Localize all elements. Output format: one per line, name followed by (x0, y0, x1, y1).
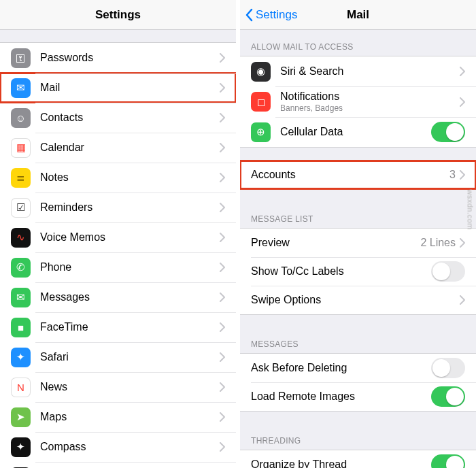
row-label: Phone (40, 261, 220, 273)
settings-row-notes[interactable]: ≣Notes (0, 163, 236, 193)
maps-icon: ➤ (11, 407, 31, 427)
phone-icon: ✆ (11, 258, 31, 278)
row-label: Mail (40, 82, 220, 94)
notes-icon: ≣ (11, 168, 31, 188)
chevron-right-icon (220, 53, 225, 63)
settings-row-reminders[interactable]: ☑Reminders (0, 193, 236, 222)
page-title: Settings (95, 8, 141, 22)
toggle-switch[interactable] (431, 386, 465, 407)
notifications-icon: ◻ (251, 92, 271, 112)
settings-row-mail[interactable]: ✉Mail (0, 73, 236, 103)
siri-icon: ◉ (251, 62, 271, 82)
chevron-right-icon (220, 203, 225, 212)
settings-row-contacts[interactable]: ☺Contacts (0, 103, 236, 133)
voicememos-icon: ∿ (11, 228, 31, 248)
row-label: Contacts (40, 112, 220, 124)
chevron-right-icon (220, 292, 225, 302)
safari-icon: ✦ (11, 348, 31, 367)
toggle-switch[interactable] (431, 261, 465, 282)
row-detail: 3 (449, 169, 456, 181)
settings-row-voice-memos[interactable]: ∿Voice Memos (0, 222, 236, 252)
chevron-right-icon (460, 67, 465, 76)
section-header: MESSAGES (240, 327, 476, 353)
chevron-right-icon (220, 233, 225, 242)
row-label: Preview (251, 237, 420, 249)
settings-row-facetime[interactable]: ■FaceTime (0, 312, 236, 342)
row-label: Notifications (280, 90, 460, 103)
settings-panel-left: Settings ⚿Passwords✉Mail☺Contacts▦Calend… (0, 0, 240, 468)
chevron-right-icon (220, 352, 225, 362)
toggle-switch[interactable] (431, 122, 465, 142)
toggle-switch[interactable] (431, 454, 465, 468)
settings-row-phone[interactable]: ✆Phone (0, 252, 236, 282)
settings-row-accounts[interactable]: Accounts3 (240, 161, 476, 189)
chevron-right-icon (220, 143, 225, 152)
settings-list[interactable]: ⚿Passwords✉Mail☺Contacts▦Calendar≣Notes☑… (0, 30, 236, 468)
settings-row-calendar[interactable]: ▦Calendar (0, 133, 236, 163)
settings-row-ask-before-deleting[interactable]: Ask Before Deleting (240, 354, 476, 382)
navbar-right: Settings Mail (240, 0, 476, 30)
settings-row-measure[interactable]: ≡Measure (0, 462, 236, 468)
chevron-left-icon (244, 8, 254, 22)
row-label: Show To/Cc Labels (251, 265, 431, 278)
page-title: Mail (347, 8, 369, 22)
watermark-text: wsxdn.com (466, 189, 475, 230)
compass-icon: ✦ (11, 437, 31, 457)
settings-panel-right: Settings Mail ALLOW MAIL TO ACCESS◉Siri … (240, 0, 476, 468)
settings-row-messages[interactable]: ✉Messages (0, 282, 236, 312)
section-header: MESSAGE LIST (240, 202, 476, 228)
chevron-right-icon (220, 442, 225, 452)
chevron-right-icon (220, 173, 225, 182)
row-label: Accounts (251, 169, 449, 181)
reminders-icon: ☑ (11, 198, 31, 218)
settings-row-passwords[interactable]: ⚿Passwords (0, 43, 236, 73)
row-label: Ask Before Deleting (251, 362, 431, 374)
chevron-right-icon (220, 412, 225, 422)
row-sublabel: Banners, Badges (280, 103, 460, 113)
news-icon: N (11, 378, 31, 397)
navbar-left: Settings (0, 0, 236, 30)
section-header: THREADING (240, 424, 476, 450)
mail-icon: ✉ (11, 78, 31, 98)
settings-row-notifications[interactable]: ◻NotificationsBanners, Badges (240, 86, 476, 117)
calendar-icon: ▦ (11, 138, 31, 158)
row-label: Notes (40, 171, 220, 184)
settings-row-maps[interactable]: ➤Maps (0, 402, 236, 432)
row-label: Organize by Thread (251, 458, 431, 468)
settings-row-cellular-data[interactable]: ⊕Cellular Data (240, 117, 476, 147)
back-label: Settings (256, 8, 297, 22)
chevron-right-icon (220, 382, 225, 392)
chevron-right-icon (220, 322, 225, 332)
toggle-switch[interactable] (431, 358, 465, 378)
settings-row-swipe-options[interactable]: Swipe Options (240, 286, 476, 314)
row-label: Cellular Data (280, 126, 431, 138)
chevron-right-icon (460, 238, 465, 248)
row-label: Reminders (40, 201, 220, 214)
mail-settings-list[interactable]: ALLOW MAIL TO ACCESS◉Siri & Search◻Notif… (240, 30, 476, 468)
cellular-icon: ⊕ (251, 122, 271, 142)
chevron-right-icon (220, 113, 225, 122)
row-detail: 2 Lines (420, 237, 456, 249)
back-button[interactable]: Settings (244, 8, 297, 22)
chevron-right-icon (460, 170, 465, 180)
row-label: Load Remote Images (251, 390, 431, 403)
settings-row-safari[interactable]: ✦Safari (0, 342, 236, 372)
key-icon: ⚿ (11, 48, 31, 68)
settings-row-preview[interactable]: Preview2 Lines (240, 229, 476, 257)
row-label: Calendar (40, 141, 220, 154)
contacts-icon: ☺ (11, 108, 31, 128)
settings-row-siri-search[interactable]: ◉Siri & Search (240, 56, 476, 86)
chevron-right-icon (220, 263, 225, 272)
chevron-right-icon (460, 97, 465, 107)
settings-row-show-to-cc-labels[interactable]: Show To/Cc Labels (240, 257, 476, 286)
row-label: FaceTime (40, 321, 220, 333)
row-label: Maps (40, 411, 220, 423)
settings-row-load-remote-images[interactable]: Load Remote Images (240, 382, 476, 411)
settings-row-organize-by-thread[interactable]: Organize by Thread (240, 450, 476, 468)
chevron-right-icon (220, 83, 225, 93)
settings-row-news[interactable]: NNews (0, 372, 236, 402)
settings-row-compass[interactable]: ✦Compass (0, 432, 236, 462)
row-label: Compass (40, 441, 220, 453)
row-label: Siri & Search (280, 65, 460, 78)
row-label: Voice Memos (40, 231, 220, 244)
